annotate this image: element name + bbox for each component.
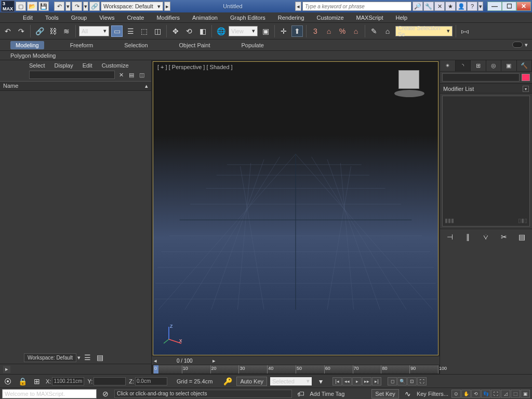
- time-ruler[interactable]: 0102030405060708090100: [153, 365, 438, 374]
- angle-snap-icon[interactable]: ⌂: [323, 25, 335, 37]
- timetag-icon[interactable]: 🏷: [295, 388, 307, 400]
- se-column-header[interactable]: Name ▴: [0, 81, 151, 91]
- select-object-icon[interactable]: ▭: [111, 25, 123, 37]
- zoom-icon[interactable]: 🔍: [397, 377, 407, 385]
- move-tool-icon[interactable]: ✥: [170, 25, 181, 37]
- se-find-icon[interactable]: ▤: [127, 71, 136, 79]
- menu-rendering[interactable]: Rendering: [278, 15, 304, 21]
- rotate-tool-icon[interactable]: ⟲: [183, 25, 195, 37]
- ribbon-panel-label[interactable]: Polygon Modeling: [0, 51, 532, 60]
- chevron-down-icon[interactable]: ▾: [77, 354, 81, 361]
- manipulate-icon[interactable]: ✛: [278, 25, 289, 37]
- menu-create[interactable]: Create: [127, 15, 144, 21]
- keyfilters-button[interactable]: Key Filters...: [417, 391, 448, 397]
- tab-populate[interactable]: Populate: [236, 41, 269, 49]
- help-dropdown-icon[interactable]: ▾: [478, 2, 483, 11]
- frame-prev-icon[interactable]: ◂: [154, 357, 157, 364]
- menu-group[interactable]: Group: [71, 15, 87, 21]
- zoom-all-icon[interactable]: ⊡: [407, 377, 417, 385]
- use-center-icon[interactable]: ▣: [260, 25, 271, 37]
- named-selection-combo[interactable]: Create Selection Se▾: [395, 26, 453, 36]
- modifier-list-combo[interactable]: Modifier List ▾: [440, 83, 532, 94]
- cp-tab-hierarchy-icon[interactable]: ⊞: [471, 60, 486, 71]
- autokey-button[interactable]: Auto Key: [236, 377, 267, 386]
- key-target-combo[interactable]: Selected▾: [270, 377, 312, 385]
- cp-tab-utilities-icon[interactable]: 🔨: [517, 60, 533, 71]
- selection-filter-combo[interactable]: All▾: [79, 26, 109, 36]
- remove-mod-icon[interactable]: ✂: [498, 231, 510, 243]
- menu-edit[interactable]: Edit: [23, 15, 33, 21]
- ref-coord-combo[interactable]: View▾: [229, 26, 258, 36]
- undo-dropdown-icon[interactable]: ▾: [65, 2, 71, 11]
- snap-toggle-icon[interactable]: 3: [310, 25, 321, 37]
- abs-rel-icon[interactable]: ⊞: [31, 376, 43, 387]
- viewport[interactable]: [ + ] [ Perspective ] [ Shaded ]: [153, 61, 438, 355]
- viewcube[interactable]: [391, 67, 428, 98]
- exchange-icon[interactable]: ✕: [434, 2, 445, 11]
- comm-icon[interactable]: 🔧: [423, 2, 434, 11]
- goto-start-icon[interactable]: |◂: [332, 377, 342, 385]
- menu-grapheditors[interactable]: Graph Editors: [230, 15, 265, 21]
- pin-stack-icon[interactable]: ⊣: [444, 231, 456, 243]
- timetag-label[interactable]: Add Time Tag: [310, 391, 344, 397]
- se-tree[interactable]: [0, 91, 151, 364]
- spinner-snap-icon[interactable]: ⌂: [350, 25, 362, 37]
- menu-tools[interactable]: Tools: [45, 15, 59, 21]
- percent-snap-icon[interactable]: %: [337, 25, 348, 37]
- search-input[interactable]: [302, 2, 411, 11]
- ref-coord-icon[interactable]: 🌐: [215, 25, 227, 37]
- lock-icon[interactable]: ⦿: [2, 376, 14, 387]
- select-by-name-icon[interactable]: ☰: [125, 25, 136, 37]
- menu-animation[interactable]: Animation: [192, 15, 218, 21]
- redo-icon[interactable]: ↷: [72, 2, 82, 11]
- window-crossing-icon[interactable]: ◫: [152, 25, 163, 37]
- se-expand-icon[interactable]: ▸: [3, 366, 10, 373]
- redo-dropdown-icon[interactable]: ▾: [83, 2, 88, 11]
- keyboard-shortcut-icon[interactable]: ⬆: [291, 25, 303, 37]
- infocenter-icon[interactable]: 🔎: [413, 2, 423, 11]
- minimize-button[interactable]: —: [487, 2, 502, 11]
- new-icon[interactable]: ▢: [16, 2, 26, 11]
- layer-icon[interactable]: ☰: [82, 352, 93, 363]
- menu-modifiers[interactable]: Modifiers: [156, 15, 180, 21]
- menu-help[interactable]: Help: [396, 15, 408, 21]
- setkey-button[interactable]: Set Key: [371, 389, 399, 398]
- maximize-button[interactable]: ☐: [502, 2, 516, 11]
- cp-tab-display-icon[interactable]: ▣: [501, 60, 517, 71]
- fov-icon[interactable]: ◿: [501, 390, 510, 398]
- scale-tool-icon[interactable]: ◧: [197, 25, 208, 37]
- y-field[interactable]: [94, 377, 126, 385]
- favorite-icon[interactable]: ★: [445, 2, 456, 11]
- workspace-combo[interactable]: Workspace: Default ▾: [101, 2, 163, 11]
- se-menu-select[interactable]: Select: [29, 62, 45, 69]
- undo-icon[interactable]: ↶: [54, 2, 64, 11]
- cp-tab-motion-icon[interactable]: ◎: [486, 60, 502, 71]
- max-viewport-icon[interactable]: ▣: [521, 390, 530, 398]
- next-frame-icon[interactable]: ▸▸: [362, 377, 371, 385]
- listener-toggle-icon[interactable]: ⊘: [100, 388, 111, 400]
- object-color-swatch[interactable]: [522, 74, 530, 81]
- close-button[interactable]: ✕: [516, 2, 531, 11]
- min-max-icon[interactable]: ⛶: [491, 390, 500, 398]
- unique-icon[interactable]: ⩒: [480, 231, 491, 243]
- select-region-icon[interactable]: ⬚: [138, 25, 150, 37]
- ribbon-dropdown-icon[interactable]: ▾: [525, 42, 528, 48]
- workspace-switcher[interactable]: Workspace: Default ▾ ☰ ▤: [24, 352, 105, 363]
- tab-selection[interactable]: Selection: [119, 41, 153, 49]
- edit-named-sel-icon[interactable]: ✎: [368, 25, 380, 37]
- x-field[interactable]: [52, 377, 84, 385]
- cp-tab-create-icon[interactable]: ✴: [440, 60, 456, 71]
- undo-tool-icon[interactable]: ↶: [2, 25, 14, 37]
- show-end-icon[interactable]: ∥: [462, 231, 474, 243]
- selection-lock-icon[interactable]: 🔒: [17, 376, 28, 387]
- link-tool-icon[interactable]: 🔗: [34, 25, 45, 37]
- save-icon[interactable]: 💾: [38, 2, 49, 11]
- key-mode-icon[interactable]: 🔑: [222, 376, 233, 387]
- search-back-icon[interactable]: ◂: [295, 2, 301, 11]
- key-wave-icon[interactable]: ∿: [402, 388, 414, 400]
- se-menu-customize[interactable]: Customize: [102, 62, 129, 69]
- pan-icon[interactable]: ✋: [461, 390, 471, 398]
- redo-tool-icon[interactable]: ↷: [16, 25, 27, 37]
- se-view-icon[interactable]: ◫: [138, 71, 146, 79]
- tab-modeling[interactable]: Modeling: [10, 41, 44, 49]
